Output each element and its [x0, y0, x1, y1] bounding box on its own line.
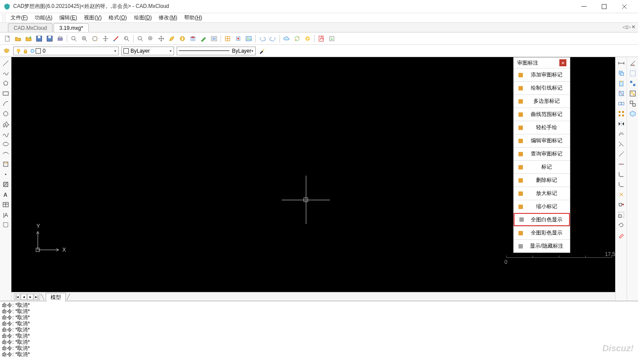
refresh-icon[interactable]: [292, 34, 302, 43]
cut-icon[interactable]: [617, 89, 626, 98]
new-file-icon[interactable]: [3, 34, 12, 43]
panel-header[interactable]: 审图标注 ✕: [514, 58, 570, 68]
redo-icon[interactable]: [268, 34, 278, 43]
zoom-extents-icon[interactable]: [90, 34, 100, 43]
drawing-canvas[interactable]: Y X 0 17.5: [11, 57, 615, 266]
move-icon[interactable]: [156, 34, 166, 43]
tab-prev-icon[interactable]: ◁: [623, 24, 626, 30]
panel-item[interactable]: 添加审图标记: [514, 68, 570, 81]
model-tab-first-icon[interactable]: |◂: [14, 294, 20, 300]
color-combo[interactable]: ByLayer ▾: [121, 47, 174, 55]
rotate-icon[interactable]: [617, 220, 626, 229]
cloud-icon[interactable]: [282, 34, 291, 43]
layer-combo[interactable]: 0 ▾: [13, 47, 119, 55]
chamfer-icon[interactable]: [617, 180, 626, 189]
panel-item[interactable]: 轻松手绘: [514, 121, 570, 134]
menubar-grip[interactable]: [3, 14, 5, 22]
offset-icon[interactable]: [617, 130, 626, 138]
panel-close-icon[interactable]: ✕: [559, 59, 566, 66]
panel-item[interactable]: 全图彩色显示: [514, 226, 570, 239]
panel-item[interactable]: 全图白色显示: [514, 213, 570, 226]
panel-item[interactable]: 标记: [514, 160, 570, 173]
pan-icon[interactable]: [101, 34, 110, 43]
snap-icon[interactable]: [233, 34, 243, 43]
tab-close-icon[interactable]: ✕: [631, 24, 635, 30]
linetype-combo[interactable]: ByLayer ▾: [177, 47, 256, 55]
tab-next-icon[interactable]: ▷: [627, 24, 631, 30]
ungroup-icon[interactable]: [628, 99, 637, 108]
open-file-icon[interactable]: [13, 34, 23, 43]
grid-icon[interactable]: [223, 34, 232, 43]
point-icon[interactable]: [1, 170, 10, 179]
document-tab[interactable]: 3.19.mxg*: [54, 23, 89, 32]
linetype-icon[interactable]: [209, 34, 219, 43]
model-tab-last-icon[interactable]: ▸|: [34, 294, 40, 300]
model-tab[interactable]: 模型: [46, 293, 66, 302]
edit-icon[interactable]: [167, 34, 177, 43]
menu-d[interactable]: 绘图(D): [130, 13, 156, 22]
zoom-window-icon[interactable]: [69, 34, 79, 43]
panel-item[interactable]: 绘制引线标记: [514, 81, 570, 94]
pdf-icon[interactable]: A: [316, 34, 326, 43]
revcloud-icon[interactable]: [1, 119, 10, 128]
panel-item[interactable]: 多边形标记: [514, 94, 570, 108]
mtext-icon[interactable]: |A: [1, 210, 10, 219]
rectangle-icon[interactable]: [1, 89, 10, 98]
array-icon[interactable]: [617, 109, 626, 118]
menu-h[interactable]: 帮助(H): [181, 13, 206, 22]
model-tab-next-icon[interactable]: ▸: [27, 294, 33, 300]
menu-f[interactable]: 文件(F): [7, 13, 31, 22]
table-icon[interactable]: [1, 200, 10, 209]
dim-linear-icon[interactable]: [617, 59, 626, 68]
fillet-icon[interactable]: [617, 170, 626, 179]
break-icon[interactable]: [617, 160, 626, 169]
command-history[interactable]: 命令: *取消*命令: *取消*命令: *取消*命令: *取消*命令: *取消*…: [0, 301, 638, 364]
properties-icon[interactable]: [178, 34, 187, 43]
insert-block-icon[interactable]: [1, 160, 10, 169]
trim-icon[interactable]: [617, 140, 626, 148]
menu-m[interactable]: 修改(M): [155, 13, 181, 22]
zoom-in-icon[interactable]: [80, 34, 89, 43]
zoom-previous-icon[interactable]: [122, 34, 131, 43]
dim-angular-icon[interactable]: [628, 59, 637, 68]
line-icon[interactable]: [1, 59, 10, 68]
arc-icon[interactable]: [1, 99, 10, 108]
select-all-icon[interactable]: [628, 69, 637, 78]
paste-icon[interactable]: [617, 79, 626, 88]
export-icon[interactable]: [327, 34, 337, 43]
layer-manager-icon[interactable]: [3, 47, 11, 55]
spline-icon[interactable]: [1, 130, 10, 138]
hatch-icon[interactable]: [1, 180, 10, 189]
maximize-button[interactable]: [594, 0, 614, 13]
select-similar-icon[interactable]: [628, 79, 637, 88]
close-button[interactable]: [614, 0, 634, 13]
ellipse-arc-icon[interactable]: [1, 150, 10, 159]
menu-o[interactable]: 格式(O): [105, 13, 130, 22]
text-icon[interactable]: A: [1, 190, 10, 199]
panel-item[interactable]: 曲线范围标记: [514, 108, 570, 121]
ellipse-icon[interactable]: [1, 140, 10, 148]
measure-icon[interactable]: [111, 34, 121, 43]
saveas-icon[interactable]: [45, 34, 54, 43]
save-icon[interactable]: [34, 34, 44, 43]
model-tab-prev-icon[interactable]: ◂: [21, 294, 27, 300]
document-tab[interactable]: CAD.MxCloud: [8, 23, 53, 32]
align-icon[interactable]: [617, 99, 626, 108]
settings-icon[interactable]: [303, 34, 312, 43]
color-icon[interactable]: [199, 34, 208, 43]
explode-icon[interactable]: [617, 190, 626, 199]
menu-v[interactable]: 视图(V): [80, 13, 105, 22]
panel-item[interactable]: 删除标记: [514, 173, 570, 187]
region-icon[interactable]: [1, 220, 10, 229]
copy-icon[interactable]: [617, 69, 626, 78]
erase-icon[interactable]: [617, 231, 626, 239]
menu-e[interactable]: 编辑(E): [56, 13, 80, 22]
open-cloud-icon[interactable]: [24, 34, 33, 43]
scale-icon[interactable]: [617, 210, 626, 219]
mirror-icon[interactable]: [617, 119, 626, 128]
minimize-button[interactable]: [574, 0, 594, 13]
match-properties-icon[interactable]: [258, 47, 265, 54]
circle-icon[interactable]: [1, 109, 10, 118]
group-icon[interactable]: [628, 89, 637, 98]
panel-item[interactable]: 查询审图标记: [514, 147, 570, 160]
